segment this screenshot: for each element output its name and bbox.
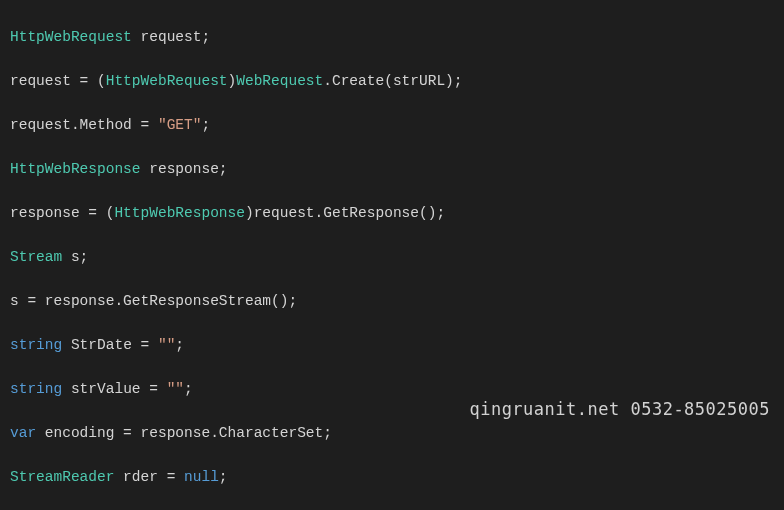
code-line: HttpWebResponse response;	[10, 158, 774, 180]
type-token: StreamReader	[10, 469, 114, 485]
text-token: StrDate =	[62, 337, 158, 353]
text-token: s;	[62, 249, 88, 265]
text-token: ;	[201, 117, 210, 133]
type-token: HttpWebResponse	[10, 161, 141, 177]
text-token: response;	[141, 161, 228, 177]
text-token: rder =	[114, 469, 184, 485]
text-token: ;	[219, 469, 228, 485]
keyword-token: string	[10, 337, 62, 353]
code-line: HttpWebRequest request;	[10, 26, 774, 48]
type-token: HttpWebResponse	[114, 205, 245, 221]
code-line: string strValue = "";	[10, 378, 774, 400]
text-token: ;	[175, 337, 184, 353]
code-line: response = (HttpWebResponse)request.GetR…	[10, 202, 774, 224]
string-token: ""	[158, 337, 175, 353]
text-token: strValue =	[62, 381, 166, 397]
code-line: request = (HttpWebRequest)WebRequest.Cre…	[10, 70, 774, 92]
code-line: StreamReader rder = null;	[10, 466, 774, 488]
code-editor[interactable]: HttpWebRequest request; request = (HttpW…	[0, 0, 784, 510]
text-token: request = (	[10, 73, 106, 89]
type-token: WebRequest	[236, 73, 323, 89]
code-line: var encoding = response.CharacterSet;	[10, 422, 774, 444]
code-line: request.Method = "GET";	[10, 114, 774, 136]
text-token: )request.GetResponse();	[245, 205, 445, 221]
text-token: encoding = response.CharacterSet;	[36, 425, 332, 441]
code-line: s = response.GetResponseStream();	[10, 290, 774, 312]
null-token: null	[184, 469, 219, 485]
watermark-text: qingruanit.net 0532-85025005	[469, 398, 770, 420]
text-token: )	[228, 73, 237, 89]
text-token: request.Method =	[10, 117, 158, 133]
keyword-token: var	[10, 425, 36, 441]
keyword-token: string	[10, 381, 62, 397]
type-token: HttpWebRequest	[10, 29, 132, 45]
string-token: "GET"	[158, 117, 202, 133]
code-line: Stream s;	[10, 246, 774, 268]
text-token: response = (	[10, 205, 114, 221]
text-token: s = response.GetResponseStream();	[10, 293, 297, 309]
type-token: HttpWebRequest	[106, 73, 228, 89]
type-token: Stream	[10, 249, 62, 265]
text-token: ;	[184, 381, 193, 397]
string-token: ""	[167, 381, 184, 397]
code-line: string StrDate = "";	[10, 334, 774, 356]
text-token: .Create(strURL);	[323, 73, 462, 89]
text-token: request;	[132, 29, 210, 45]
